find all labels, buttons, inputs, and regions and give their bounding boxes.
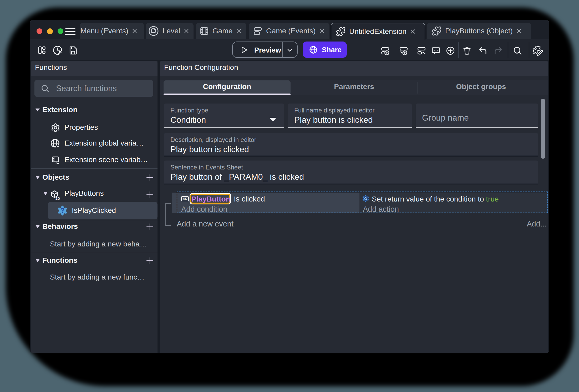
svg-text:?: ?	[60, 207, 64, 215]
svg-text:2D: 2D	[55, 197, 60, 200]
svg-text:G: G	[364, 197, 367, 201]
